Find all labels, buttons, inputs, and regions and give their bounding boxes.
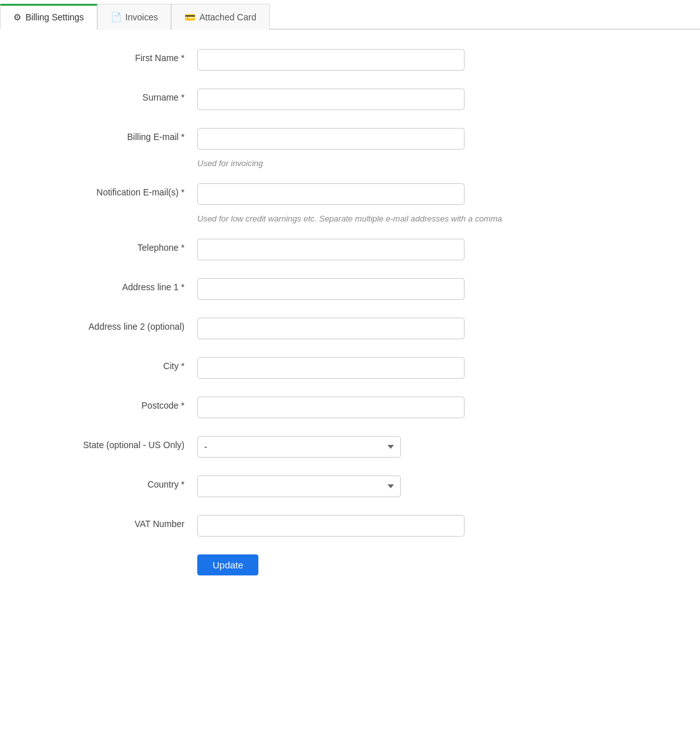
billing-email-input[interactable]: [197, 128, 465, 150]
city-input[interactable]: [197, 357, 465, 379]
telephone-input[interactable]: [197, 239, 465, 260]
update-button[interactable]: Update: [197, 554, 258, 575]
address-line-1-label: Address line 1 *: [13, 278, 197, 292]
tab-attached-card[interactable]: 💳 Attached Card: [171, 4, 270, 30]
notification-email-hint-row: Used for low credit warnings etc. Separa…: [13, 211, 687, 223]
billing-email-hint-row: Used for invoicing: [13, 156, 687, 168]
notification-email-row: Notification E-mail(s) *: [13, 183, 687, 205]
address-line-2-row: Address line 2 (optional): [13, 318, 687, 339]
billing-email-row: Billing E-mail *: [13, 128, 687, 150]
postcode-label: Postcode *: [13, 397, 197, 411]
city-row: City *: [13, 357, 687, 379]
first-name-row: First Name *: [13, 49, 687, 71]
vat-number-label: VAT Number: [13, 515, 197, 529]
notification-email-hint: Used for low credit warnings etc. Separa…: [197, 211, 502, 223]
form-actions: Update: [197, 554, 687, 575]
first-name-label: First Name *: [13, 49, 197, 63]
vat-number-row: VAT Number: [13, 515, 687, 537]
billing-email-hint: Used for invoicing: [197, 156, 263, 168]
tab-billing-settings-label: Billing Settings: [25, 12, 84, 22]
surname-label: Surname *: [13, 88, 197, 102]
country-select[interactable]: [197, 475, 401, 497]
card-icon: 💳: [185, 12, 195, 22]
postcode-input[interactable]: [197, 397, 465, 418]
country-label: Country *: [13, 475, 197, 489]
first-name-input[interactable]: [197, 49, 465, 71]
gear-icon: ⚙: [13, 12, 22, 22]
surname-input[interactable]: [197, 88, 465, 110]
address-line-2-input[interactable]: [197, 318, 465, 339]
telephone-row: Telephone *: [13, 239, 687, 260]
tab-invoices[interactable]: 📄 Invoices: [97, 4, 171, 30]
notification-email-label: Notification E-mail(s) *: [13, 183, 197, 197]
state-select[interactable]: -: [197, 436, 401, 458]
country-row: Country *: [13, 475, 687, 497]
postcode-row: Postcode *: [13, 397, 687, 418]
address-line-1-input[interactable]: [197, 278, 465, 300]
tab-attached-card-label: Attached Card: [199, 12, 256, 22]
address-line-2-label: Address line 2 (optional): [13, 318, 197, 332]
state-label: State (optional - US Only): [13, 436, 197, 450]
tab-invoices-label: Invoices: [125, 12, 158, 22]
document-icon: 📄: [111, 12, 122, 22]
telephone-label: Telephone *: [13, 239, 197, 253]
tab-bar: ⚙ Billing Settings 📄 Invoices 💳 Attached…: [0, 0, 700, 30]
billing-email-label: Billing E-mail *: [13, 128, 197, 142]
surname-row: Surname *: [13, 88, 687, 110]
address-line-1-row: Address line 1 *: [13, 278, 687, 300]
notification-email-input[interactable]: [197, 183, 465, 205]
tab-billing-settings[interactable]: ⚙ Billing Settings: [0, 4, 97, 30]
city-label: City *: [13, 357, 197, 371]
vat-number-input[interactable]: [197, 515, 465, 537]
billing-settings-form: First Name * Surname * Billing E-mail * …: [0, 30, 700, 595]
state-row: State (optional - US Only) -: [13, 436, 687, 458]
